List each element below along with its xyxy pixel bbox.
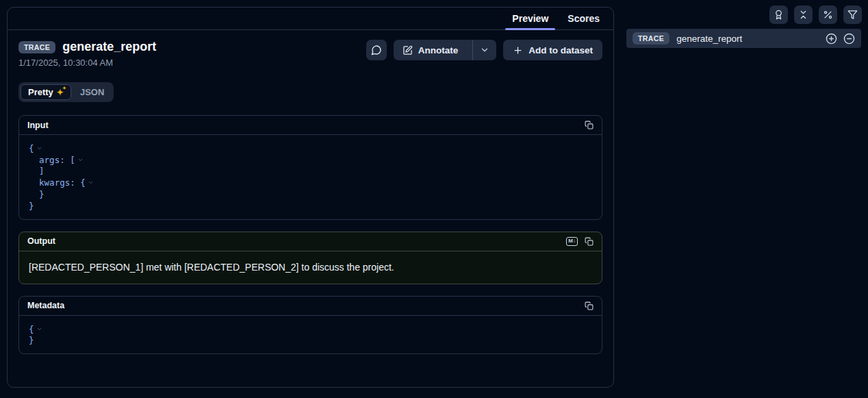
- code-line: {: [29, 323, 592, 335]
- award-icon: [774, 10, 784, 20]
- comment-icon: [371, 45, 382, 55]
- collapse-all-button[interactable]: [794, 5, 813, 24]
- chevron-down-icon[interactable]: [36, 326, 42, 332]
- code-line: args: [: [29, 154, 592, 166]
- trace-actions: Annotate Add to dataset: [366, 40, 602, 60]
- plus-icon: [513, 45, 523, 55]
- copy-icon: [585, 237, 593, 246]
- metadata-section: Metadata { }: [18, 296, 602, 355]
- copy-output-button[interactable]: [585, 237, 593, 246]
- chevron-down-icon: [480, 45, 489, 55]
- output-text: [REDACTED_PERSON_1] met with [REDACTED_P…: [19, 251, 602, 284]
- tree-toolbar: [769, 5, 862, 24]
- chevron-down-icon[interactable]: [36, 145, 42, 151]
- page-title: generate_report: [62, 40, 156, 54]
- metrics-button[interactable]: [819, 5, 837, 24]
- output-section: Output M↓ [REDACTED_PERSON_1] met with […: [18, 232, 602, 284]
- tree-row-actions: [826, 33, 855, 45]
- percent-icon: [823, 10, 833, 20]
- comment-button[interactable]: [366, 40, 387, 60]
- code-line: kwargs: {: [29, 177, 592, 188]
- code-line: }: [29, 335, 592, 347]
- chevron-down-icon[interactable]: [88, 179, 94, 186]
- preview-tab-bar: Preview Scores: [8, 8, 613, 30]
- tab-preview[interactable]: Preview: [504, 8, 557, 29]
- toggle-pretty[interactable]: Pretty ✦✦: [21, 84, 71, 100]
- code-line: }: [29, 188, 592, 200]
- toggle-json-label: JSON: [80, 87, 104, 97]
- output-section-title: Output: [27, 236, 55, 246]
- annotations-button[interactable]: [769, 5, 788, 24]
- copy-icon: [585, 301, 593, 310]
- toggle-json[interactable]: JSON: [73, 84, 112, 100]
- filter-button[interactable]: [843, 5, 862, 24]
- collapse-vertical-icon: [798, 10, 808, 20]
- copy-icon: [585, 121, 593, 129]
- markdown-icon: M↓: [568, 238, 576, 244]
- input-json-view: { args: [ ] kwargs: { } }: [19, 135, 602, 219]
- trace-type-badge: TRACE: [18, 41, 55, 53]
- tab-scores-label: Scores: [567, 13, 600, 24]
- annotate-button-label: Annotate: [418, 45, 459, 55]
- annotate-button[interactable]: Annotate: [394, 40, 468, 60]
- view-mode-toggle: Pretty ✦✦ JSON: [18, 82, 114, 102]
- metadata-json-view: { }: [19, 316, 602, 354]
- code-line: ]: [29, 166, 592, 177]
- copy-input-button[interactable]: [585, 121, 593, 129]
- sparkles-icon: ✦✦: [57, 88, 64, 97]
- trace-identity: TRACE generate_report 1/17/2025, 10:30:0…: [18, 40, 156, 68]
- edit-icon: [403, 45, 413, 55]
- add-to-dataset-label: Add to dataset: [528, 45, 593, 55]
- filter-icon: [847, 10, 858, 20]
- annotate-split-button: Annotate: [394, 40, 497, 60]
- chevron-down-icon[interactable]: [77, 157, 84, 163]
- trace-type-badge: TRACE: [633, 32, 669, 45]
- io-sections: Input { args: [ ] kwargs: { }: [18, 115, 602, 354]
- tab-scores[interactable]: Scores: [559, 8, 608, 29]
- panel-body: TRACE generate_report 1/17/2025, 10:30:0…: [8, 30, 613, 387]
- circle-plus-icon: [826, 33, 837, 45]
- code-line: }: [29, 200, 592, 212]
- metadata-section-title: Metadata: [27, 301, 64, 310]
- toggle-pretty-label: Pretty: [28, 87, 53, 97]
- trace-header: TRACE generate_report 1/17/2025, 10:30:0…: [18, 40, 602, 68]
- circle-minus-icon: [843, 33, 855, 45]
- markdown-toggle-button[interactable]: M↓: [566, 237, 578, 246]
- trace-tree-row-selected[interactable]: TRACE generate_report: [626, 29, 861, 48]
- annotate-dropdown-button[interactable]: [472, 40, 496, 60]
- trace-preview-panel: Preview Scores TRACE generate_report 1/1…: [7, 7, 614, 388]
- add-to-dataset-button[interactable]: Add to dataset: [503, 40, 602, 60]
- expand-all-button[interactable]: [826, 33, 837, 45]
- copy-metadata-button[interactable]: [585, 301, 593, 310]
- tree-row-title: generate_report: [676, 34, 826, 44]
- code-line: {: [29, 142, 592, 154]
- trace-timestamp: 1/17/2025, 10:30:04 AM: [18, 58, 156, 68]
- tab-preview-label: Preview: [512, 13, 548, 24]
- input-section-title: Input: [27, 121, 49, 130]
- input-section: Input { args: [ ] kwargs: { }: [18, 115, 602, 220]
- collapse-row-button[interactable]: [843, 33, 855, 45]
